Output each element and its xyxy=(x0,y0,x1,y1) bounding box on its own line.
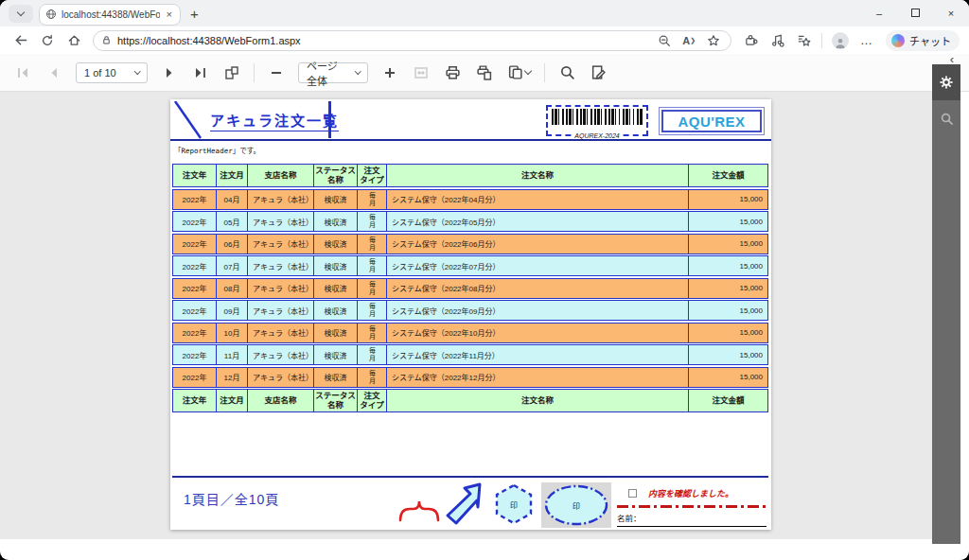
order-type-cell: 毎月 xyxy=(357,256,386,275)
name-label: 名前： xyxy=(617,512,766,523)
tab-search-button[interactable] xyxy=(9,5,33,23)
table-row: 2022年 07月 アキュラ（本社） 検収済 毎月 システム保守（2022年07… xyxy=(172,255,768,276)
order-type-cell: 毎月 xyxy=(357,368,386,387)
order-name-cell: システム保守（2022年07月分） xyxy=(386,256,688,275)
refresh-button[interactable] xyxy=(36,29,59,52)
close-button[interactable]: × xyxy=(933,8,969,19)
order-type-vertical-text: 毎月 xyxy=(369,214,376,229)
order-month-cell: 07月 xyxy=(216,256,247,275)
maximize-button[interactable] xyxy=(897,8,933,19)
profile-button[interactable] xyxy=(829,29,852,52)
order-type-cell: 毎月 xyxy=(357,324,386,342)
read-aloud-button[interactable]: A❯ xyxy=(679,35,698,46)
diagonal-line-shape xyxy=(173,101,203,139)
first-page-button[interactable] xyxy=(13,63,32,82)
order-name-cell: システム保守（2022年04月分） xyxy=(386,190,688,209)
order-name-cell: システム保守（2022年12月分） xyxy=(386,368,688,387)
maximize-icon xyxy=(911,9,920,17)
home-button[interactable] xyxy=(62,29,85,52)
extensions-button[interactable] xyxy=(739,29,762,52)
status-cell: 検収済 xyxy=(313,301,357,320)
signature-line xyxy=(617,526,766,527)
copilot-button[interactable]: チャット xyxy=(886,30,960,51)
address-input[interactable]: https://localhost:44388/WebForm1.aspx A❯ xyxy=(93,30,731,51)
print-button[interactable] xyxy=(443,63,462,82)
order-type-cell: 毎月 xyxy=(357,190,386,209)
zoom-out-button[interactable] xyxy=(267,63,286,82)
collections-button[interactable] xyxy=(792,29,815,52)
order-year-cell: 2022年 xyxy=(173,279,216,298)
confirmation-row: 内容を確認しました。 xyxy=(617,487,766,499)
zoom-in-button[interactable] xyxy=(380,63,399,82)
back-icon xyxy=(14,33,28,47)
report-header-note: 「ReportHeader」です。 xyxy=(174,145,260,155)
column-header-order-month: 注文月 xyxy=(216,165,247,186)
order-type-vertical-text: 毎月 xyxy=(369,258,376,273)
branch-name-cell: アキュラ（本社） xyxy=(247,324,313,342)
footer-column-order-amount: 注文金額 xyxy=(688,390,767,411)
viewer-canvas[interactable]: アキュラ注文一覧 AQUREX-2024 AQU'REX 「ReportHead… xyxy=(0,92,932,539)
order-name-cell: システム保守（2022年05月分） xyxy=(386,212,688,231)
stamp-label: 印 xyxy=(573,500,580,511)
export-button[interactable] xyxy=(505,63,532,82)
company-logo: AQU'REX xyxy=(659,107,765,135)
order-type-cell: 毎月 xyxy=(357,279,386,298)
favorites-button[interactable] xyxy=(704,34,723,47)
next-page-icon xyxy=(162,65,177,80)
order-year-cell: 2022年 xyxy=(173,190,216,209)
annotation-edit-button[interactable] xyxy=(589,63,608,82)
report-header: アキュラ注文一覧 AQUREX-2024 AQU'REX xyxy=(170,99,771,141)
tab-title: localhost:44388/WebForm1.aspx xyxy=(62,9,160,20)
back-button[interactable] xyxy=(9,29,32,52)
gear-icon xyxy=(939,75,954,90)
zoom-page-button[interactable] xyxy=(655,34,674,47)
lock-icon xyxy=(101,35,112,45)
barcode-bars xyxy=(552,109,643,125)
toolbar-divider xyxy=(821,33,822,48)
sidebar-search-button[interactable] xyxy=(932,100,960,136)
footer-divider-line xyxy=(172,476,768,478)
browser-tab[interactable]: localhost:44388/WebForm1.aspx × xyxy=(39,4,181,26)
stamp-label: 印 xyxy=(510,499,518,510)
page-number-select[interactable]: 1 of 10 xyxy=(76,62,148,83)
zoom-mode-select[interactable]: ページ全体 xyxy=(298,62,368,83)
sidebar-settings-button[interactable] xyxy=(932,64,960,100)
print-icon xyxy=(445,64,461,80)
order-year-cell: 2022年 xyxy=(173,212,216,231)
ellipse-stamp: 印 xyxy=(541,482,611,528)
order-type-cell: 毎月 xyxy=(357,301,386,320)
footer-column-order-name: 注文名称 xyxy=(386,390,688,411)
fit-page-button[interactable] xyxy=(412,63,431,82)
order-type-vertical-text: 毎月 xyxy=(369,192,376,207)
confirmation-block: 内容を確認しました。 名前： xyxy=(617,487,766,527)
branch-name-cell: アキュラ（本社） xyxy=(247,301,313,320)
tab-close-button[interactable]: × xyxy=(165,9,174,20)
order-month-cell: 12月 xyxy=(216,368,247,387)
confirm-checkbox[interactable] xyxy=(628,489,637,498)
print-layout-icon xyxy=(476,64,492,80)
table-header-row: 注文年 注文月 支店名称 ステータス 名称 注文 タイプ 注文名称 注文金額 xyxy=(172,164,768,187)
search-button[interactable] xyxy=(557,63,576,82)
chevron-down-icon xyxy=(134,68,140,74)
copilot-icon xyxy=(891,34,905,47)
refresh-icon xyxy=(41,34,54,47)
print-layout-button[interactable] xyxy=(474,63,493,82)
next-page-button[interactable] xyxy=(160,63,179,82)
page-view-mode-icon xyxy=(224,65,239,80)
status-cell: 検収済 xyxy=(313,324,357,342)
minimize-button[interactable]: – xyxy=(861,8,897,19)
status-cell: 検収済 xyxy=(313,212,357,231)
page-view-mode-button[interactable] xyxy=(222,63,241,82)
chevron-down-icon xyxy=(17,8,25,15)
settings-more-button[interactable]: … xyxy=(855,29,878,52)
chevron-down-icon xyxy=(523,67,531,75)
previous-page-button[interactable] xyxy=(44,63,63,82)
footer-column-branch: 支店名称 xyxy=(247,390,313,411)
new-tab-button[interactable]: + xyxy=(190,6,199,22)
vertical-divider xyxy=(328,101,331,138)
order-month-cell: 11月 xyxy=(216,345,247,364)
media-controls-button[interactable] xyxy=(766,29,788,52)
last-page-button[interactable] xyxy=(191,63,210,82)
table-body: 2022年 04月 アキュラ（本社） 検収済 毎月 システム保守（2022年04… xyxy=(172,189,768,388)
order-amount-cell: 15,000 xyxy=(688,368,767,387)
